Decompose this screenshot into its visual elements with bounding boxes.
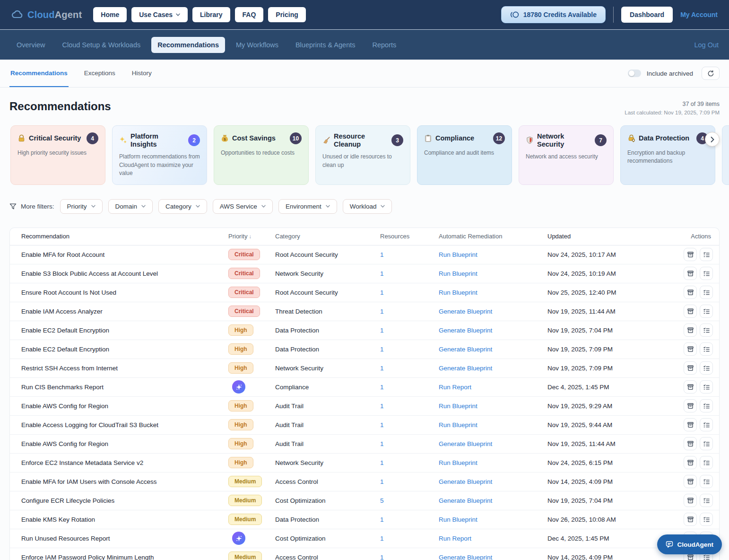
remediation-link[interactable]: Run Blueprint (439, 402, 477, 410)
filter-dropdown-aws-service[interactable]: AWS Service (213, 199, 273, 214)
filter-dropdown-workload[interactable]: Workload (343, 199, 392, 214)
checklist-action-button[interactable] (700, 361, 713, 375)
archive-action-button[interactable] (684, 248, 697, 261)
checklist-action-button[interactable] (700, 286, 713, 299)
checklist-action-button[interactable] (700, 380, 713, 394)
resources-link[interactable]: 1 (380, 459, 384, 466)
dashboard-button[interactable]: Dashboard (621, 7, 673, 23)
table-row[interactable]: Enforce EC2 Instance Metadata Service v2… (10, 454, 719, 472)
archive-action-button[interactable] (684, 437, 697, 450)
table-row[interactable]: Enable MFA for Root AccountCriticalRoot … (10, 245, 719, 264)
table-row[interactable]: Enable EC2 Default EncryptionHighData Pr… (10, 321, 719, 340)
chat-fab-button[interactable]: CloudAgent (657, 534, 722, 554)
remediation-link[interactable]: Run Blueprint (439, 421, 477, 429)
table-row[interactable]: Enable KMS Key RotationMediumData Protec… (10, 510, 719, 529)
column-header-actions[interactable]: Actions (659, 233, 713, 240)
remediation-link[interactable]: Run Blueprint (439, 459, 477, 466)
checklist-action-button[interactable] (700, 456, 713, 469)
archive-action-button[interactable] (684, 305, 697, 318)
category-card-platform-insights[interactable]: Platform Insights2Platform recommendatio… (112, 125, 207, 185)
resources-link[interactable]: 1 (380, 327, 384, 334)
checklist-action-button[interactable] (700, 248, 713, 261)
resources-link[interactable]: 1 (380, 251, 384, 258)
archive-action-button[interactable] (684, 494, 697, 507)
archive-action-button[interactable] (684, 418, 697, 431)
filter-dropdown-priority[interactable]: Priority (60, 199, 103, 214)
table-row[interactable]: Enable IAM Access AnalyzerCriticalThreat… (10, 302, 719, 321)
remediation-link[interactable]: Run Blueprint (439, 516, 477, 523)
nav-button-faq[interactable]: FAQ (235, 7, 264, 22)
table-row[interactable]: Ensure Root Account Is Not UsedCriticalR… (10, 283, 719, 302)
archive-action-button[interactable] (684, 342, 697, 356)
remediation-link[interactable]: Generate Blueprint (439, 346, 492, 353)
remediation-link[interactable]: Generate Blueprint (439, 478, 492, 485)
remediation-link[interactable]: Run Report (439, 535, 471, 542)
logout-link[interactable]: Log Out (694, 41, 719, 49)
my-account-link[interactable]: My Account (680, 11, 718, 18)
filter-dropdown-category[interactable]: Category (158, 199, 207, 214)
category-card-compliance[interactable]: Compliance12Compliance and audit items (417, 125, 512, 185)
table-row[interactable]: Run CIS Benchmarks ReportCompliance1Run … (10, 378, 719, 397)
nav-button-library[interactable]: Library (192, 7, 230, 22)
archive-action-button[interactable] (684, 380, 697, 394)
table-row[interactable]: Enable AWS Config for RegionHighAudit Tr… (10, 435, 719, 454)
tab-history[interactable]: History (131, 60, 153, 87)
subnav-item-recommendations[interactable]: Recommendations (151, 37, 225, 53)
resources-link[interactable]: 1 (380, 346, 384, 353)
nav-button-home[interactable]: Home (93, 7, 127, 22)
subnav-item-my-workflows[interactable]: My Workflows (230, 37, 285, 53)
remediation-link[interactable]: Generate Blueprint (439, 440, 492, 447)
checklist-action-button[interactable] (700, 305, 713, 318)
table-row[interactable]: Configure ECR Lifecycle PoliciesMediumCo… (10, 491, 719, 510)
archive-action-button[interactable] (684, 399, 697, 412)
resources-link[interactable]: 1 (380, 554, 384, 560)
remediation-link[interactable]: Generate Blueprint (439, 327, 492, 334)
column-header-category[interactable]: Category (275, 233, 380, 240)
column-header-resources[interactable]: Resources (380, 233, 439, 240)
subnav-item-overview[interactable]: Overview (10, 37, 51, 53)
category-card-data-protection[interactable]: Data Protection4Encryption and backup re… (620, 125, 715, 185)
resources-link[interactable]: 1 (380, 440, 384, 447)
archive-action-button[interactable] (684, 324, 697, 337)
column-header-automatic-remediation[interactable]: Automatic Remediation (439, 233, 547, 240)
table-row[interactable]: Run Unused Resources ReportCost Optimiza… (10, 529, 719, 548)
remediation-link[interactable]: Run Blueprint (439, 289, 477, 296)
archive-action-button[interactable] (684, 513, 697, 526)
archive-action-button[interactable] (684, 475, 697, 488)
table-row[interactable]: Enable S3 Block Public Access at Account… (10, 264, 719, 283)
archive-action-button[interactable] (684, 456, 697, 469)
refresh-button[interactable] (702, 67, 720, 80)
credits-button[interactable]: 18780 Credits Available (501, 6, 606, 23)
filter-dropdown-environment[interactable]: Environment (278, 199, 337, 214)
table-row[interactable]: Enforce IAM Password Policy Minimum Leng… (10, 548, 719, 560)
category-card-critical-security[interactable]: Critical Security4High priority security… (10, 125, 105, 185)
checklist-action-button[interactable] (700, 475, 713, 488)
column-header-updated[interactable]: Updated (547, 233, 659, 240)
checklist-action-button[interactable] (700, 437, 713, 450)
checklist-action-button[interactable] (700, 399, 713, 412)
archive-action-button[interactable] (684, 267, 697, 280)
cards-scroll-right-button[interactable] (705, 132, 720, 147)
tab-recommendations[interactable]: Recommendations (9, 60, 69, 87)
archive-action-button[interactable] (684, 361, 697, 375)
subnav-item-blueprints-agents[interactable]: Blueprints & Agents (289, 37, 362, 53)
archive-action-button[interactable] (684, 286, 697, 299)
filter-dropdown-domain[interactable]: Domain (108, 199, 153, 214)
table-row[interactable]: Enable Access Logging for CloudTrail S3 … (10, 416, 719, 435)
nav-button-use-cases[interactable]: Use Cases (131, 7, 188, 22)
checklist-action-button[interactable] (700, 324, 713, 337)
remediation-link[interactable]: Generate Blueprint (439, 497, 492, 504)
remediation-link[interactable]: Run Blueprint (439, 251, 477, 258)
checklist-action-button[interactable] (700, 342, 713, 356)
resources-link[interactable]: 1 (380, 270, 384, 277)
remediation-link[interactable]: Run Blueprint (439, 270, 477, 277)
remediation-link[interactable]: Run Report (439, 384, 471, 391)
resources-link[interactable]: 1 (380, 289, 384, 296)
subnav-item-cloud-setup-workloads[interactable]: Cloud Setup & Workloads (56, 37, 147, 53)
remediation-link[interactable]: Generate Blueprint (439, 554, 492, 560)
table-row[interactable]: Enable EC2 Default EncryptionHighData Pr… (10, 340, 719, 359)
table-row[interactable]: Restrict SSH Access from InternetHighNet… (10, 359, 719, 378)
tab-exceptions[interactable]: Exceptions (83, 60, 116, 87)
remediation-link[interactable]: Generate Blueprint (439, 308, 492, 315)
resources-link[interactable]: 1 (380, 421, 384, 429)
